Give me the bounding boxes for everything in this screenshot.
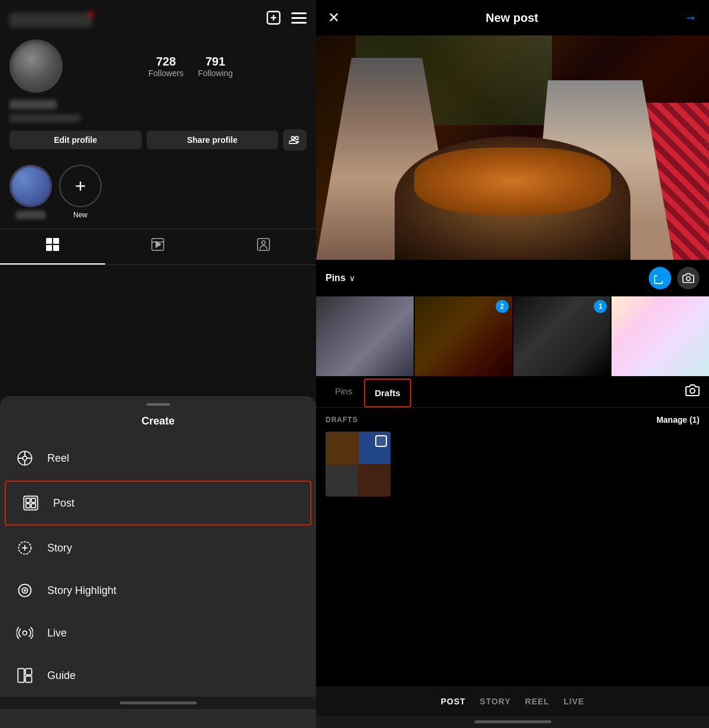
- svg-point-32: [23, 631, 27, 635]
- photo-grid: 2 1: [316, 296, 709, 376]
- menu-item-guide[interactable]: Guide: [0, 654, 316, 697]
- add-icon[interactable]: [265, 9, 282, 30]
- following-count: 791: [206, 55, 225, 68]
- menu-icon[interactable]: [291, 12, 307, 28]
- tab-pins[interactable]: Pins: [326, 378, 362, 406]
- new-story-circle: +: [59, 165, 102, 207]
- svg-rect-35: [25, 676, 31, 683]
- tab-tagged[interactable]: [211, 229, 316, 265]
- guide-label: Guide: [47, 670, 76, 682]
- add-person-button[interactable]: [283, 129, 307, 151]
- tab-camera-button[interactable]: [685, 383, 700, 401]
- svg-point-16: [23, 456, 27, 461]
- svg-rect-34: [25, 668, 31, 675]
- svg-rect-6: [46, 238, 52, 244]
- photo-2-badge: 2: [496, 300, 509, 313]
- home-indicator-right: [316, 716, 709, 728]
- story-item-1[interactable]: [9, 165, 52, 219]
- close-button[interactable]: ✕: [328, 9, 340, 26]
- followers-label: Followers: [148, 68, 184, 78]
- avatar-image: [12, 43, 60, 90]
- grid-icon: [45, 237, 60, 255]
- live-icon: [14, 622, 35, 644]
- svg-rect-4: [291, 17, 307, 19]
- next-button[interactable]: →: [684, 10, 697, 25]
- tab-drafts-label: Drafts: [375, 388, 400, 398]
- tab-drafts[interactable]: Drafts: [364, 378, 411, 407]
- bottom-tab-post[interactable]: POST: [441, 697, 466, 706]
- svg-rect-22: [26, 498, 30, 502]
- snacks: [414, 148, 611, 215]
- story-item-new[interactable]: + New: [59, 165, 102, 219]
- preview-image-inner: [316, 35, 709, 260]
- bottom-tabs: POST STORY REEL LIVE: [316, 687, 709, 716]
- multiple-select-button[interactable]: [649, 267, 671, 289]
- bottom-tab-reel[interactable]: REEL: [525, 697, 549, 706]
- svg-rect-3: [291, 12, 307, 14]
- svg-point-39: [687, 277, 691, 281]
- menu-item-post[interactable]: Post: [5, 481, 311, 525]
- draft-sub-1: [326, 432, 358, 464]
- right-panel: ✕ New post → Pins ∨: [316, 0, 709, 728]
- create-title: Create: [0, 415, 316, 427]
- svg-rect-7: [53, 238, 59, 244]
- grid-photo-3[interactable]: 1: [513, 296, 611, 376]
- svg-rect-23: [31, 498, 35, 502]
- menu-item-story-highlight[interactable]: Story Highlight: [0, 569, 316, 612]
- notification-dot: [89, 12, 93, 17]
- tab-pins-label: Pins: [335, 386, 352, 396]
- plus-icon: +: [75, 177, 86, 195]
- avatar: [9, 40, 63, 93]
- draft-sub-3: [326, 465, 358, 497]
- story-circle-1: [9, 165, 52, 207]
- story-icon: [14, 537, 35, 559]
- profile-header: 728 Followers 791 Following Edit profile…: [0, 0, 316, 160]
- left-panel: 728 Followers 791 Following Edit profile…: [0, 0, 316, 728]
- home-bar-left: [120, 701, 197, 704]
- grid-photo-4[interactable]: [612, 296, 709, 376]
- svg-rect-33: [18, 668, 24, 682]
- profile-info-row: 728 Followers 791 Following: [9, 40, 307, 93]
- story-highlight-label: Story Highlight: [47, 585, 116, 597]
- svg-point-40: [690, 389, 695, 393]
- content-tabs: Pins Drafts: [316, 376, 709, 408]
- play-icon: [151, 237, 165, 255]
- manage-button[interactable]: Manage (1): [656, 415, 700, 425]
- photo-4-bg: [612, 296, 709, 376]
- stats-row: 728 Followers 791 Following: [74, 55, 307, 78]
- preview-image: [316, 35, 709, 260]
- top-bar: [9, 9, 307, 30]
- followers-stat[interactable]: 728 Followers: [148, 55, 184, 78]
- camera-button[interactable]: [677, 267, 700, 289]
- bottom-tab-story[interactable]: STORY: [480, 697, 510, 706]
- live-label: Live: [47, 627, 67, 639]
- new-story-label: New: [73, 211, 87, 219]
- menu-item-reel[interactable]: Reel: [0, 437, 316, 479]
- top-icons: [265, 9, 307, 30]
- svg-rect-9: [53, 245, 59, 251]
- grid-photo-2[interactable]: 2: [415, 296, 512, 376]
- guide-icon: [14, 665, 35, 686]
- grid-photo-1[interactable]: [316, 296, 414, 376]
- edit-profile-button[interactable]: Edit profile: [9, 130, 142, 149]
- tab-grid[interactable]: [0, 229, 105, 265]
- menu-item-story[interactable]: Story: [0, 527, 316, 569]
- album-selector: Pins ∨: [316, 260, 709, 296]
- following-stat[interactable]: 791 Following: [198, 55, 233, 78]
- draft-checkbox[interactable]: [375, 435, 387, 447]
- album-name-row[interactable]: Pins ∨: [326, 273, 355, 283]
- menu-item-live[interactable]: Live: [0, 612, 316, 654]
- album-name: Pins: [326, 273, 346, 283]
- display-name: [9, 100, 57, 109]
- album-icons: [649, 267, 700, 289]
- story-label: Story: [47, 542, 72, 554]
- svg-rect-5: [291, 22, 307, 24]
- tab-bar: [0, 228, 316, 265]
- following-label: Following: [198, 68, 233, 78]
- chevron-down-icon: ∨: [349, 273, 355, 283]
- tab-reels[interactable]: [105, 229, 210, 265]
- draft-item-1[interactable]: [326, 432, 391, 497]
- svg-point-31: [24, 590, 25, 591]
- bottom-tab-live[interactable]: LIVE: [564, 697, 584, 706]
- share-profile-button[interactable]: Share profile: [147, 130, 279, 149]
